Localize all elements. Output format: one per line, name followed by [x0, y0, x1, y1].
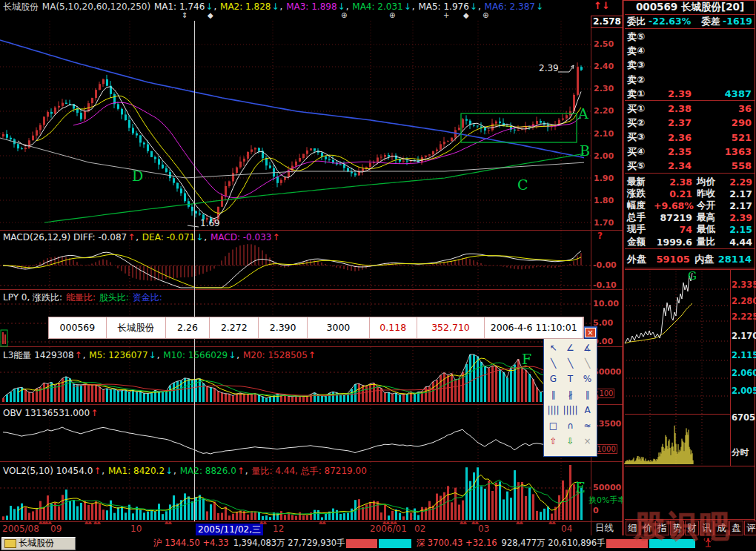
draw-tool-5[interactable]: ╲	[579, 356, 596, 372]
draw-tool-11[interactable]: ∥	[579, 387, 596, 403]
draw-tools-palette[interactable]: 画线工具 × ↖∠∡╲╲╲GT%∥∦∥|||||||||A□∩≈⇧⇩×	[543, 326, 597, 457]
intraday-tick-label: 2.225	[732, 311, 756, 322]
date-label[interactable]: 02	[414, 524, 425, 534]
limit-price-box: 2.578	[591, 16, 623, 28]
tab-价[interactable]: 价	[640, 521, 654, 535]
date-label[interactable]: 04	[561, 524, 572, 534]
lpy-header: LPY 0, 涨跌比: 能量比: 股头比: 资金比:	[3, 291, 163, 304]
price-tick-label: 1.90	[594, 174, 614, 183]
sh-sell-gauge	[379, 539, 411, 548]
dividend-mark-icon: ▲▲	[382, 519, 389, 525]
tab-评[interactable]: 评	[744, 521, 756, 535]
draw-tool-10[interactable]: ∦	[562, 387, 579, 403]
high-price-annotation: 2.39	[539, 63, 559, 73]
weicha-value: -1619	[723, 16, 752, 28]
vol2-header: VOL2(5,10) 10454.0↑, MA1: 8420.2↓, MA2: …	[3, 465, 368, 478]
quote-row-cell: 2.390	[259, 317, 308, 338]
intraday-volume-label: 6705	[732, 412, 755, 423]
draw-tool-1[interactable]: ∠	[562, 340, 579, 356]
price-tick-label: 1.80	[594, 196, 614, 205]
quote-row-cell: 2006-4-6 11:10:01	[485, 317, 583, 338]
date-label[interactable]: 03	[478, 524, 489, 534]
sell-row[interactable]: 卖①2.394387	[625, 87, 755, 101]
chart-marker-icon: ◆	[463, 11, 469, 19]
quote-row-cell: 2.272	[210, 317, 259, 338]
chart-marker-icon: ⊕	[389, 11, 395, 19]
waipan-row: 外盘 59105 内盘 28114	[625, 252, 755, 266]
close-icon[interactable]: ×	[585, 328, 596, 337]
tab-讯[interactable]: 讯	[700, 521, 714, 535]
indicator-tick-label: -0.10	[593, 280, 617, 290]
dividend-mark-icon: ▲▲	[44, 519, 51, 525]
intraday-tick-label: 2.280	[732, 296, 756, 306]
dividend-mark-icon: ▲▲	[516, 519, 523, 525]
price-tick-label: 2.20	[594, 106, 614, 116]
turnover-rate-label: 换0%手率(	[588, 495, 623, 506]
price-tick-label: 2.50	[594, 39, 614, 49]
draw-tool-17[interactable]: ≈	[579, 418, 596, 434]
draw-tool-20[interactable]: ×	[579, 434, 596, 449]
weibi-label: 委比	[627, 16, 646, 28]
taskbar-stock-button[interactable]: 长城股份	[1, 537, 76, 550]
sell-queue: 卖⑤卖④卖③卖②卖①2.394387	[625, 30, 755, 101]
weibi-value: -22.63%	[649, 16, 691, 28]
date-label[interactable]: 12	[273, 524, 284, 534]
buy-row[interactable]: 买①2.3836	[625, 102, 755, 116]
date-label[interactable]: 10	[130, 524, 142, 534]
draw-tool-16[interactable]: ∩	[562, 418, 579, 434]
date-label[interactable]: 2005/11/02,三	[196, 524, 263, 536]
date-label[interactable]: 2005/08	[2, 524, 39, 534]
sell-row[interactable]: 卖②	[625, 73, 755, 87]
draw-tool-18[interactable]: ⇧	[545, 434, 562, 449]
date-label[interactable]: 2006/01	[370, 524, 407, 534]
chart-marker-icon: +	[443, 11, 449, 19]
draw-tool-8[interactable]: %	[579, 372, 596, 387]
sell-row[interactable]: 卖④	[625, 44, 755, 58]
sell-row[interactable]: 卖⑤	[625, 30, 755, 44]
taskbar-stock-label: 长城股份	[19, 537, 54, 550]
draw-tool-12[interactable]: ||||	[545, 403, 562, 418]
tab-财[interactable]: 财	[685, 521, 699, 535]
price-up-down-icon[interactable]: ↑↓	[594, 0, 610, 11]
tab-细[interactable]: 细	[626, 521, 640, 535]
draw-tool-13[interactable]: |||||	[562, 403, 579, 418]
tab-成[interactable]: 成	[714, 521, 729, 535]
buy-queue: 买①2.3836买②2.37290买③2.36521买④2.351363买⑤2.…	[625, 102, 755, 173]
draw-tool-15[interactable]: □	[545, 418, 562, 434]
intraday-tick-label: 2.005	[732, 386, 756, 396]
annotation-letter: E	[575, 479, 586, 495]
indicator-tick-label: 10.00	[593, 299, 619, 309]
draw-tool-14[interactable]: A	[579, 403, 596, 418]
intraday-caption[interactable]: 分时	[732, 447, 749, 458]
weicha-label: 委差	[701, 16, 720, 28]
draw-tool-7[interactable]: T	[562, 372, 579, 387]
dividend-mark-icon: ▲▲	[84, 519, 91, 525]
tab-盘[interactable]: 盘	[729, 521, 743, 535]
draw-tool-2[interactable]: ∡	[579, 340, 596, 356]
date-label[interactable]: 09	[50, 524, 62, 534]
draw-tool-0[interactable]: ↖	[545, 340, 562, 356]
draw-tool-9[interactable]: ∥	[545, 387, 562, 403]
draw-tool-4[interactable]: ╲	[562, 356, 579, 372]
buy-row[interactable]: 买③2.36521	[625, 131, 755, 145]
stat-row: 金额1999.6量比4.44	[625, 236, 755, 248]
help-question-icon[interactable]: ?	[597, 231, 603, 241]
tab-指[interactable]: 指	[655, 521, 669, 535]
network-antenna-icon	[703, 537, 713, 550]
tab-势[interactable]: 势	[670, 521, 684, 535]
draw-tool-19[interactable]: ⇩	[562, 434, 579, 449]
draw-tool-3[interactable]: ╲	[545, 356, 562, 372]
period-label[interactable]: 日线	[595, 522, 614, 535]
stat-row: 总手87219最高2.39	[625, 212, 755, 224]
neipan-label: 内盘	[693, 253, 718, 266]
dividend-mark-icon: ▲▲	[319, 519, 325, 525]
macd-header: MACD(26,12,9) DIFF: -0.087↑, DEA: -0.071…	[3, 232, 281, 242]
draw-tool-6[interactable]: G	[545, 372, 562, 387]
sell-row[interactable]: 卖③	[625, 59, 755, 73]
buy-row[interactable]: 买⑤2.34558	[625, 159, 755, 173]
buy-row[interactable]: 买④2.351363	[625, 145, 755, 159]
chart-marker-icon: ◆	[208, 11, 213, 19]
buy-row[interactable]: 买②2.37290	[625, 116, 755, 130]
quote-row-cell: 0.118	[370, 317, 417, 338]
price-tick-label: 2.40	[594, 62, 614, 71]
